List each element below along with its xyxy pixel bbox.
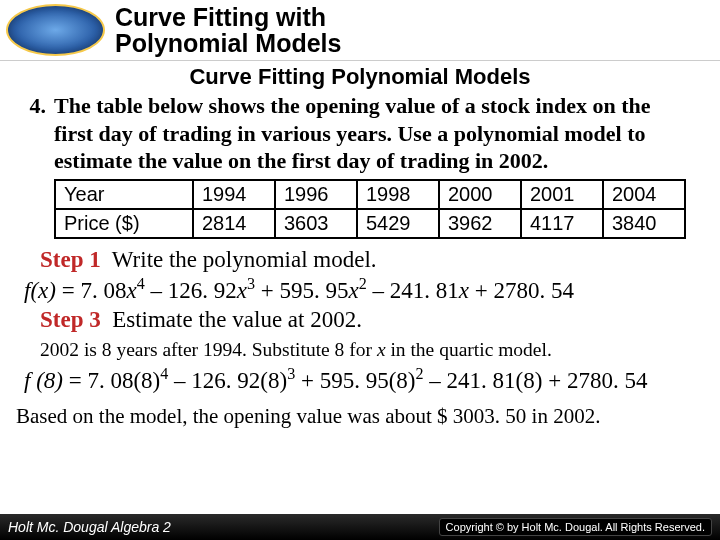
footer-left: Holt Mc. Dougal Algebra 2 bbox=[8, 519, 171, 535]
step-text: Write the polynomial model. bbox=[112, 247, 377, 272]
cell: 2001 bbox=[521, 180, 603, 209]
problem-number: 4. bbox=[10, 92, 54, 175]
substitution-note: 2002 is 8 years after 1994. Substitute 8… bbox=[40, 339, 692, 361]
cell: 1998 bbox=[357, 180, 439, 209]
cell: 5429 bbox=[357, 209, 439, 238]
problem-text: The table below shows the opening value … bbox=[54, 92, 692, 175]
slide-header: Curve Fitting with Polynomial Models bbox=[0, 0, 720, 61]
step-1: Step 1 Write the polynomial model. bbox=[40, 247, 692, 273]
table-row: Year 1994 1996 1998 2000 2001 2004 bbox=[55, 180, 685, 209]
step-label: Step 3 bbox=[40, 307, 101, 332]
step-label: Step 1 bbox=[40, 247, 101, 272]
evaluated-equation: f (8) = 7. 08(8)4 – 126. 92(8)3 + 595. 9… bbox=[24, 365, 692, 394]
cell: 2004 bbox=[603, 180, 685, 209]
problem-statement: 4. The table below shows the opening val… bbox=[10, 92, 692, 175]
cell: 4117 bbox=[521, 209, 603, 238]
table-row: Price ($) 2814 3603 5429 3962 4117 3840 bbox=[55, 209, 685, 238]
cell: 2000 bbox=[439, 180, 521, 209]
slide-footer: Holt Mc. Dougal Algebra 2 Copyright © by… bbox=[0, 514, 720, 540]
subtitle: Curve Fitting Polynomial Models bbox=[0, 64, 720, 90]
conclusion: Based on the model, the opening value wa… bbox=[16, 404, 692, 429]
logo-oval-icon bbox=[6, 4, 105, 56]
content-area: 4. The table below shows the opening val… bbox=[0, 92, 720, 429]
footer-right: Copyright © by Holt Mc. Dougal. All Righ… bbox=[439, 518, 712, 536]
cell: 1996 bbox=[275, 180, 357, 209]
cell: 3840 bbox=[603, 209, 685, 238]
step-3: Step 3 Estimate the value at 2002. bbox=[40, 307, 692, 333]
row-label: Year bbox=[55, 180, 193, 209]
data-table: Year 1994 1996 1998 2000 2001 2004 Price… bbox=[54, 179, 686, 239]
cell: 1994 bbox=[193, 180, 275, 209]
cell: 3603 bbox=[275, 209, 357, 238]
cell: 2814 bbox=[193, 209, 275, 238]
step-text: Estimate the value at 2002. bbox=[112, 307, 362, 332]
row-label: Price ($) bbox=[55, 209, 193, 238]
polynomial-equation: f(x) = 7. 08x4 – 126. 92x3 + 595. 95x2 –… bbox=[24, 275, 692, 304]
cell: 3962 bbox=[439, 209, 521, 238]
header-title: Curve Fitting with Polynomial Models bbox=[115, 4, 341, 57]
